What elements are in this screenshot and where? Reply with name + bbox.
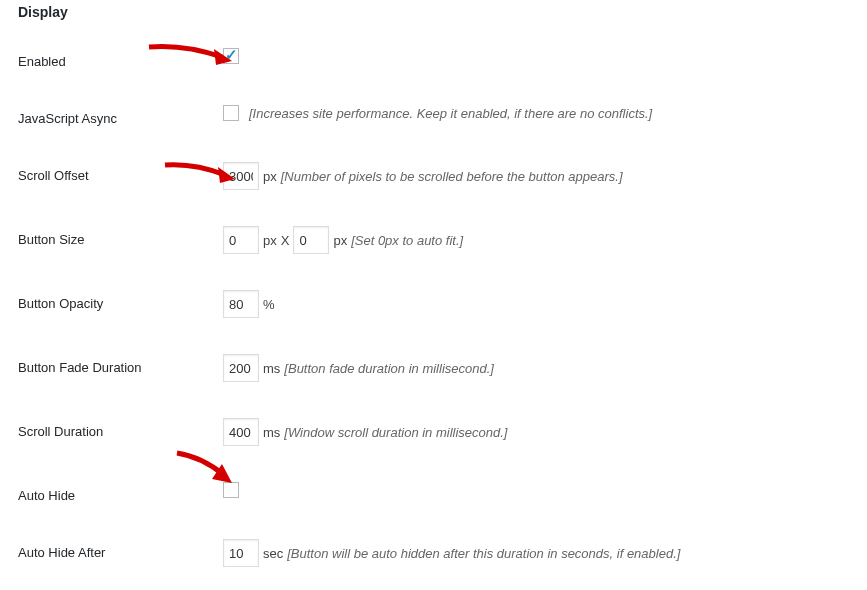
label-auto-hide-after: Auto Hide After [18,539,223,560]
unit-button-size-width: px [263,233,277,248]
input-button-size-width[interactable] [223,226,259,254]
control-button-size: px X px [Set 0px to auto fit.] [223,226,463,254]
control-button-fade-duration: ms [Button fade duration in millisecond.… [223,354,494,382]
checkbox-auto-hide[interactable] [223,482,239,498]
control-button-opacity: % [223,290,275,318]
input-button-fade-duration[interactable] [223,354,259,382]
row-button-opacity: Button Opacity % [0,272,867,336]
row-enabled: Enabled [0,30,867,87]
label-button-opacity: Button Opacity [18,290,223,311]
hint-scroll-duration: [Window scroll duration in millisecond.] [284,425,507,440]
section-heading: Display [0,0,867,30]
unit-button-opacity: % [263,297,275,312]
checkbox-enabled[interactable] [223,48,239,64]
hint-button-fade-duration: [Button fade duration in millisecond.] [284,361,494,376]
hint-button-size: [Set 0px to auto fit.] [351,233,463,248]
separator-button-size: X [281,233,290,248]
control-scroll-offset: px [Number of pixels to be scrolled befo… [223,162,623,190]
control-enabled [223,48,245,64]
hint-scroll-offset: [Number of pixels to be scrolled before … [281,169,623,184]
input-button-size-height[interactable] [293,226,329,254]
row-scroll-duration: Scroll Duration ms [Window scroll durati… [0,400,867,464]
display-settings-form: Enabled JavaScript Async [Increases site… [0,30,867,585]
row-button-fade-duration: Button Fade Duration ms [Button fade dur… [0,336,867,400]
unit-auto-hide-after: sec [263,546,283,561]
label-button-fade-duration: Button Fade Duration [18,354,223,375]
unit-button-fade-duration: ms [263,361,280,376]
row-button-size: Button Size px X px [Set 0px to auto fit… [0,208,867,272]
control-scroll-duration: ms [Window scroll duration in millisecon… [223,418,507,446]
label-enabled: Enabled [18,48,223,69]
unit-scroll-duration: ms [263,425,280,440]
row-auto-hide: Auto Hide [0,464,867,521]
label-scroll-offset: Scroll Offset [18,162,223,183]
control-javascript-async: [Increases site performance. Keep it ena… [223,105,652,121]
label-auto-hide: Auto Hide [18,482,223,503]
input-scroll-offset[interactable] [223,162,259,190]
label-button-size: Button Size [18,226,223,247]
unit-scroll-offset: px [263,169,277,184]
row-scroll-offset: Scroll Offset px [Number of pixels to be… [0,144,867,208]
row-javascript-async: JavaScript Async [Increases site perform… [0,87,867,144]
hint-auto-hide-after: [Button will be auto hidden after this d… [287,546,680,561]
unit-button-size-height: px [333,233,347,248]
input-button-opacity[interactable] [223,290,259,318]
input-scroll-duration[interactable] [223,418,259,446]
checkbox-javascript-async[interactable] [223,105,239,121]
input-auto-hide-after[interactable] [223,539,259,567]
label-javascript-async: JavaScript Async [18,105,223,126]
label-scroll-duration: Scroll Duration [18,418,223,439]
row-auto-hide-after: Auto Hide After sec [Button will be auto… [0,521,867,585]
control-auto-hide-after: sec [Button will be auto hidden after th… [223,539,680,567]
control-auto-hide [223,482,245,498]
hint-javascript-async: [Increases site performance. Keep it ena… [249,106,652,121]
